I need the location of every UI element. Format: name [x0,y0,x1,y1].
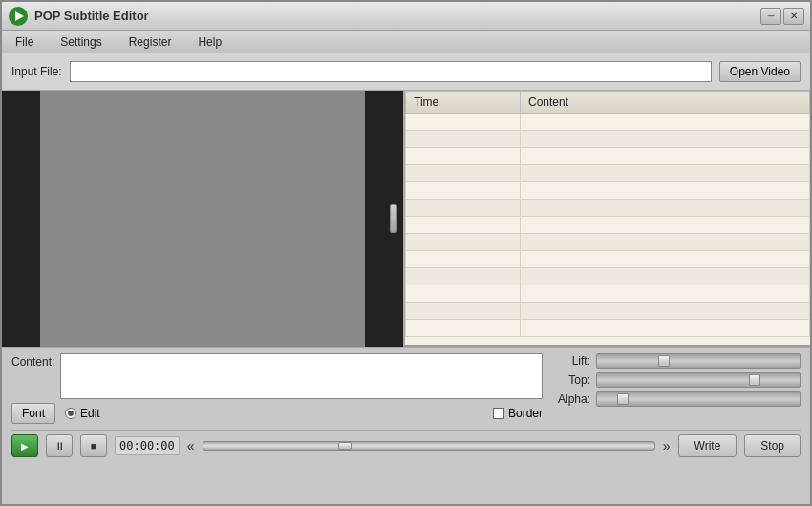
top-slider-row: Top: [552,372,801,388]
subtitle-panel: Time Content [403,91,810,345]
input-file-field[interactable] [70,61,712,82]
content-label: Content: [11,353,54,369]
bottom-area: Content: Font Edit Border [2,347,810,467]
alpha-label: Alpha: [552,392,590,406]
subtitle-table: Time Content [405,91,810,337]
video-display [2,91,403,347]
content-textarea[interactable] [60,353,543,399]
menu-register[interactable]: Register [125,33,176,51]
menu-settings[interactable]: Settings [56,33,105,51]
stop-button[interactable]: Stop [744,434,801,457]
table-row[interactable] [406,217,810,234]
table-row[interactable] [406,234,810,251]
video-scroll-handle[interactable] [390,204,397,233]
close-button[interactable]: ✕ [783,8,804,25]
main-area: Time Content [2,91,810,347]
progress-bar[interactable] [203,441,655,451]
pause-button[interactable]: ⏸ [46,434,73,457]
lift-thumb[interactable] [658,355,670,367]
time-display: 00:00:00 [115,436,180,455]
table-row[interactable] [406,182,810,200]
menu-file[interactable]: File [11,33,37,51]
border-label: Border [508,407,543,420]
controls-row: Content: Font Edit Border [11,353,801,424]
edit-label: Edit [80,407,100,420]
content-row: Content: [11,353,543,399]
seek-forward-icon[interactable]: » [663,438,671,453]
stop-small-icon: ■ [91,440,97,452]
input-file-row: Input File: Open Video [2,53,810,91]
table-row[interactable] [406,285,810,303]
top-slider[interactable] [596,372,801,388]
title-left: POP Subtitle Editor [8,6,149,27]
table-row[interactable] [406,114,810,131]
top-label: Top: [552,373,590,387]
col-time: Time [406,92,521,114]
lift-slider-row: Lift: [552,353,801,369]
seek-back-icon[interactable]: « [187,438,195,453]
playback-bar: ▶ ⏸ ■ 00:00:00 « » Write Stop [11,430,801,461]
window-controls: ─ ✕ [760,8,804,25]
font-edit-row: Font Edit Border [11,403,543,424]
table-row[interactable] [406,165,810,182]
play-button[interactable]: ▶ [11,434,38,457]
pause-icon: ⏸ [54,440,65,452]
table-row[interactable] [406,148,810,165]
border-checkbox[interactable] [493,408,504,419]
input-file-label: Input File: [11,65,62,78]
app-title: POP Subtitle Editor [34,9,149,23]
edit-radio-circle[interactable] [65,408,76,419]
lift-label: Lift: [552,354,590,368]
app-window: POP Subtitle Editor ─ ✕ File Settings Re… [0,0,812,506]
menu-help[interactable]: Help [194,33,225,51]
table-row[interactable] [406,131,810,148]
border-check-row[interactable]: Border [493,407,543,420]
table-row[interactable] [406,320,810,337]
edit-radio[interactable]: Edit [65,407,100,420]
minimize-button[interactable]: ─ [760,8,781,25]
table-row[interactable] [406,303,810,320]
alpha-slider[interactable] [596,391,801,407]
title-bar: POP Subtitle Editor ─ ✕ [2,2,810,31]
stop-small-button[interactable]: ■ [80,434,107,457]
left-controls: Content: Font Edit Border [11,353,543,424]
font-button[interactable]: Font [11,403,55,424]
edit-radio-dot [68,411,74,416]
right-controls: Lift: Top: Alpha: [552,353,801,407]
col-content: Content [521,92,810,114]
alpha-slider-row: Alpha: [552,391,801,407]
write-button[interactable]: Write [678,434,737,457]
table-row[interactable] [406,200,810,217]
play-icon: ▶ [21,441,29,452]
open-video-button[interactable]: Open Video [719,61,801,82]
table-row[interactable] [406,268,810,285]
progress-thumb[interactable] [338,442,352,450]
app-logo-icon [8,6,29,27]
lift-slider[interactable] [596,353,801,369]
video-panel [2,91,403,347]
alpha-thumb[interactable] [617,393,629,405]
menu-bar: File Settings Register Help [2,31,810,53]
top-thumb[interactable] [749,374,760,386]
table-row[interactable] [406,251,810,268]
